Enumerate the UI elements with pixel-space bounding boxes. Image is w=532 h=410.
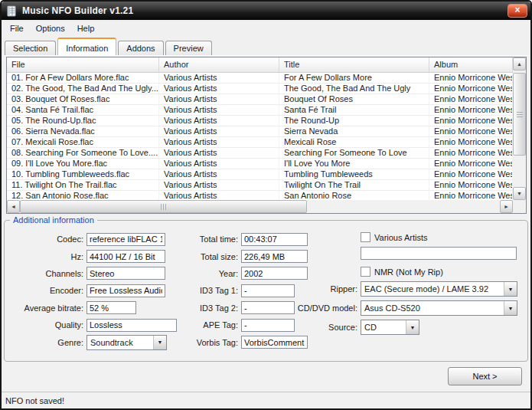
id3-tag-2-label: ID3 Tag 2: xyxy=(176,303,241,313)
menu-file[interactable]: File xyxy=(4,21,30,35)
table-row[interactable]: 10. Tumbling Tumbleweeds.flacVarious Art… xyxy=(7,169,513,180)
total-time-field[interactable] xyxy=(241,233,308,246)
table-row[interactable]: 05. The Round-Up.flacVarious ArtistsThe … xyxy=(7,116,513,126)
scroll-left-button[interactable]: ◄ xyxy=(7,200,20,213)
cell-author: Various Artists xyxy=(159,148,279,158)
various-artists-checkbox[interactable] xyxy=(361,232,370,242)
source-value: CD xyxy=(361,323,406,332)
nmr-label: NMR (Not My Rip) xyxy=(374,267,443,277)
cell-album: Ennio Morricone West xyxy=(429,159,513,169)
quality-field[interactable] xyxy=(86,319,177,332)
cell-title: For A Few Dollars More xyxy=(279,73,429,83)
table-row[interactable]: 03. Bouquet Of Roses.flacVarious Artists… xyxy=(7,94,513,105)
cell-author: Various Artists xyxy=(159,116,279,126)
quality-row: Quality: xyxy=(6,317,177,333)
cell-title: Mexicali Rose xyxy=(279,137,429,147)
column-header-album[interactable]: Album xyxy=(429,57,513,72)
status-text: NFO not saved! xyxy=(5,396,64,405)
total-size-field[interactable] xyxy=(241,250,308,263)
year-field[interactable] xyxy=(241,267,308,280)
cell-author: Various Artists xyxy=(159,73,279,83)
cell-file: 05. The Round-Up.flac xyxy=(7,116,159,126)
cell-file: 09. I'll Love You More.flac xyxy=(7,159,159,169)
horizontal-scroll-thumb[interactable] xyxy=(20,200,307,213)
close-button[interactable]: × xyxy=(508,4,527,18)
table-row[interactable]: 01. For A Few Dollars More.flacVarious A… xyxy=(7,73,513,84)
column-header-title[interactable]: Title xyxy=(279,57,429,72)
vertical-scroll-thumb[interactable] xyxy=(513,73,526,156)
table-row[interactable]: 11. Twilight On The Trail.flacVarious Ar… xyxy=(7,180,513,191)
column-header-file[interactable]: File xyxy=(7,57,159,72)
table-row[interactable]: 08. Searching For Someone To Love....Var… xyxy=(7,148,513,159)
cell-title: Twilight On The Trail xyxy=(279,180,429,190)
ripper-select[interactable]: EAC (Secure mode) / LAME 3.92 ▼ xyxy=(361,281,517,297)
additional-information-group: Additional information Codec:Hz:Channels… xyxy=(4,220,528,362)
cell-author: Various Artists xyxy=(159,191,279,200)
table-row[interactable]: 12. San Antonio Rose.flacVarious Artists… xyxy=(7,191,513,200)
scroll-left-icon: ◄ xyxy=(11,204,16,209)
nmr-checkbox[interactable] xyxy=(361,267,370,277)
cell-title: I'll Love You More xyxy=(279,159,429,169)
menu-bar: FileOptionsHelp xyxy=(2,20,530,36)
table-row[interactable]: 02. The Good, The Bad And The Ugly...Var… xyxy=(7,84,513,94)
scroll-right-button[interactable]: ► xyxy=(500,200,513,213)
total-size-label: Total size: xyxy=(176,252,241,261)
scroll-down-button[interactable]: ▼ xyxy=(513,187,526,200)
scrollbar-corner xyxy=(513,200,526,213)
cell-file: 02. The Good, The Bad And The Ugly... xyxy=(7,84,159,93)
cell-title: San Antonio Rose xyxy=(279,191,429,200)
horizontal-scrollbar[interactable]: ◄ ► xyxy=(7,200,513,213)
table-row[interactable]: 04. Santa Fé Trail.flacVarious ArtistsSa… xyxy=(7,105,513,116)
tab-addons[interactable]: Addons xyxy=(118,41,163,56)
cell-author: Various Artists xyxy=(159,137,279,147)
cell-title: The Good, The Bad And The Ugly xyxy=(279,84,429,93)
year-row: Year: xyxy=(176,265,308,282)
status-bar: NFO not saved! xyxy=(2,392,530,408)
cell-title: The Round-Up xyxy=(279,116,429,126)
artist-field[interactable] xyxy=(361,247,517,260)
total-time-label: Total time: xyxy=(176,235,241,244)
menu-options[interactable]: Options xyxy=(30,21,71,35)
table-row[interactable]: 09. I'll Love You More.flacVarious Artis… xyxy=(7,159,513,169)
chevron-down-icon: ▼ xyxy=(406,320,419,334)
quality-label: Quality: xyxy=(6,320,86,330)
ape-tag-label: APE Tag: xyxy=(176,320,241,330)
cell-album: Ennio Morricone West xyxy=(429,116,513,126)
cell-title: Searching For Someone To Love xyxy=(279,148,429,158)
table-row[interactable]: 06. Sierra Nevada.flacVarious ArtistsSie… xyxy=(7,126,513,137)
tab-preview[interactable]: Preview xyxy=(165,41,212,56)
total-time-row: Total time: xyxy=(176,231,308,248)
track-list: FileAuthorTitleAlbum 01. For A Few Dolla… xyxy=(6,57,527,214)
cell-album: Ennio Morricone West xyxy=(429,137,513,147)
year-label: Year: xyxy=(176,269,241,278)
codec-row: Codec: xyxy=(6,231,177,248)
tab-information[interactable]: Information xyxy=(57,38,116,57)
cell-album: Ennio Morricone West xyxy=(429,148,513,158)
app-icon[interactable] xyxy=(6,5,18,17)
cd-dvd-model-select[interactable]: Asus CD-S520 ▼ xyxy=(361,300,517,316)
hz-field[interactable] xyxy=(86,250,165,263)
genre-select[interactable]: Soundtrack▼ xyxy=(86,335,167,350)
encoder-field[interactable] xyxy=(86,284,165,297)
tab-selection[interactable]: Selection xyxy=(5,41,56,56)
codec-field[interactable] xyxy=(86,233,165,246)
tab-strip: SelectionInformationAddonsPreview xyxy=(2,36,530,56)
average-bitrate-row: Average bitrate: xyxy=(6,300,177,317)
chevron-down-icon: ▼ xyxy=(504,282,517,296)
column-header-author[interactable]: Author xyxy=(159,57,279,72)
menu-help[interactable]: Help xyxy=(71,21,101,35)
title-bar[interactable]: Music NFO Builder v1.21 × xyxy=(2,2,530,20)
channels-field[interactable] xyxy=(86,267,165,280)
group-title: Additional information xyxy=(10,215,97,225)
ripper-label: Ripper: xyxy=(257,284,357,294)
table-row[interactable]: 07. Mexicali Rose.flacVarious ArtistsMex… xyxy=(7,137,513,148)
form-column-left: Codec:Hz:Channels:Encoder:Average bitrat… xyxy=(6,231,177,351)
chevron-down-icon: ▼ xyxy=(153,336,166,349)
cell-file: 08. Searching For Someone To Love.... xyxy=(7,148,159,158)
source-select[interactable]: CD ▼ xyxy=(361,320,419,335)
scroll-up-button[interactable]: ▲ xyxy=(513,57,526,71)
vorbis-tag-field[interactable] xyxy=(241,336,308,349)
average-bitrate-field[interactable] xyxy=(86,301,136,314)
vertical-scrollbar[interactable]: ▲ ▼ xyxy=(513,57,526,200)
next-button[interactable]: Next > xyxy=(448,367,522,385)
